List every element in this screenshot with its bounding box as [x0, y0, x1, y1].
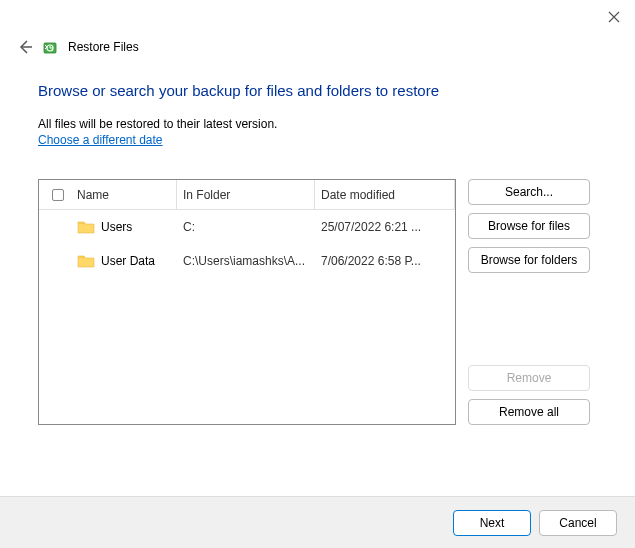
remove-button: Remove	[468, 365, 590, 391]
restore-files-icon	[42, 38, 60, 56]
row-date: 25/07/2022 6:21 ...	[315, 220, 455, 234]
side-buttons: Search... Browse for files Browse for fo…	[468, 179, 590, 425]
file-list: Name In Folder Date modified Users C: 25…	[38, 179, 456, 425]
row-date: 7/06/2022 6:58 P...	[315, 254, 455, 268]
header: Restore Files	[16, 38, 139, 56]
row-folder: C:\Users\iamashks\A...	[177, 254, 315, 268]
column-header-folder[interactable]: In Folder	[177, 180, 315, 209]
folder-icon	[77, 220, 95, 234]
row-name: User Data	[101, 254, 155, 268]
browse-folders-button[interactable]: Browse for folders	[468, 247, 590, 273]
main-heading: Browse or search your backup for files a…	[38, 82, 605, 99]
footer: Next Cancel	[0, 496, 635, 548]
folder-icon	[77, 254, 95, 268]
choose-date-link[interactable]: Choose a different date	[38, 133, 163, 147]
column-header-name[interactable]: Name	[77, 180, 177, 209]
table-row[interactable]: User Data C:\Users\iamashks\A... 7/06/20…	[39, 244, 455, 278]
search-button[interactable]: Search...	[468, 179, 590, 205]
cancel-button[interactable]: Cancel	[539, 510, 617, 536]
content-area: Browse or search your backup for files a…	[38, 82, 605, 425]
column-header-date[interactable]: Date modified	[315, 180, 455, 209]
select-all-checkbox[interactable]	[52, 189, 64, 201]
remove-all-button[interactable]: Remove all	[468, 399, 590, 425]
back-button[interactable]	[16, 38, 34, 56]
next-button[interactable]: Next	[453, 510, 531, 536]
row-name: Users	[101, 220, 132, 234]
row-folder: C:	[177, 220, 315, 234]
browse-files-button[interactable]: Browse for files	[468, 213, 590, 239]
subtext: All files will be restored to their late…	[38, 117, 605, 131]
close-button[interactable]	[605, 8, 623, 26]
list-header: Name In Folder Date modified	[39, 180, 455, 210]
table-row[interactable]: Users C: 25/07/2022 6:21 ...	[39, 210, 455, 244]
window-title: Restore Files	[68, 40, 139, 54]
